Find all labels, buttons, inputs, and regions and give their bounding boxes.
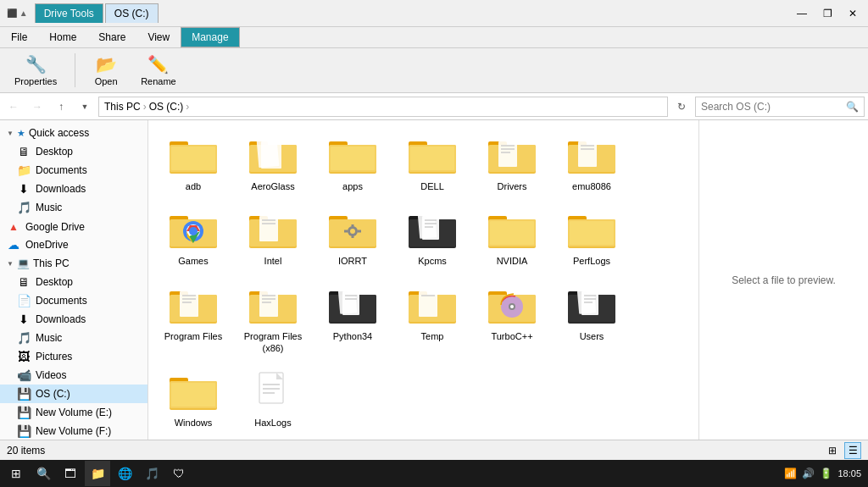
file-label-kpcms: Kpcms bbox=[418, 255, 447, 267]
battery-sys-icon: 🔋 bbox=[820, 468, 832, 479]
file-item-drivers[interactable]: Drivers bbox=[474, 127, 550, 198]
file-item-haxlogs[interactable]: HaxLogs bbox=[235, 363, 311, 434]
up-button[interactable]: ↑ bbox=[51, 97, 71, 117]
file-item-program-files[interactable]: Program Files bbox=[155, 277, 231, 361]
task-view-button[interactable]: 🗔 bbox=[58, 461, 83, 486]
title-tab-drive-tools[interactable]: Drive Tools bbox=[35, 3, 103, 23]
sidebar-item-google-drive[interactable]: ▲ Google Drive bbox=[0, 219, 147, 235]
recent-locations-button[interactable]: ▼ bbox=[75, 97, 95, 117]
thispc-header[interactable]: ▼ 💻 This PC bbox=[0, 254, 147, 273]
sidebar-item-pictures[interactable]: 🖼 Pictures bbox=[0, 347, 147, 366]
quick-access-chevron: ▼ bbox=[7, 130, 14, 137]
file-item-windows[interactable]: Windows bbox=[155, 363, 231, 434]
breadcrumb[interactable]: This PC › OS (C:) › bbox=[98, 97, 668, 117]
breadcrumb-sep: › bbox=[143, 101, 147, 113]
file-item-dell[interactable]: DELL bbox=[394, 127, 470, 198]
forward-button[interactable]: → bbox=[27, 97, 47, 117]
file-label-intel: Intel bbox=[264, 255, 282, 267]
sidebar-item-onedrive[interactable]: ☁ OneDrive bbox=[0, 235, 147, 254]
sidebar-music-qa-label: Music bbox=[36, 202, 62, 213]
search-input[interactable] bbox=[701, 101, 846, 113]
back-button[interactable]: ← bbox=[3, 97, 24, 117]
file-item-perflogs[interactable]: PerfLogs bbox=[554, 202, 630, 273]
breadcrumb-pc: This PC bbox=[104, 101, 141, 113]
folder-icon-adb bbox=[168, 133, 219, 177]
title-tab-os[interactable]: OS (C:) bbox=[105, 3, 159, 23]
sidebar-item-new-vol-e[interactable]: 💾 New Volume (E:) bbox=[0, 403, 147, 422]
search-button[interactable]: 🔍 bbox=[31, 461, 56, 486]
sidebar-new-vol-f-label: New Volume (F:) bbox=[36, 425, 111, 437]
browser-taskbar[interactable]: 🌐 bbox=[112, 461, 137, 486]
sidebar-item-osc[interactable]: 💾 OS (C:) bbox=[0, 385, 147, 403]
system-clock[interactable]: 18:05 bbox=[837, 468, 861, 479]
file-item-aeroglass[interactable]: AeroGlass bbox=[235, 127, 311, 198]
close-button[interactable]: ✕ bbox=[841, 4, 865, 23]
items-count: 20 items bbox=[7, 445, 45, 457]
sidebar-item-documents-qa[interactable]: 📁 Documents bbox=[0, 161, 147, 180]
ribbon-tab-home[interactable]: Home bbox=[38, 27, 87, 47]
ribbon-tab-view[interactable]: View bbox=[136, 27, 181, 47]
desktop-qa-icon: 🖥 bbox=[17, 145, 31, 158]
file-item-python34[interactable]: Python34 bbox=[314, 277, 391, 361]
address-bar: ← → ↑ ▼ This PC › OS (C:) › ↻ 🔍 bbox=[0, 93, 868, 120]
media-taskbar[interactable]: 🎵 bbox=[139, 461, 164, 486]
sidebar-item-music[interactable]: 🎵 Music bbox=[0, 329, 147, 347]
file-item-users[interactable]: Users bbox=[554, 277, 630, 361]
svg-point-99 bbox=[510, 305, 514, 308]
ribbon-btn-open[interactable]: 📂 Open bbox=[86, 50, 126, 91]
file-item-games[interactable]: Games bbox=[155, 202, 231, 273]
file-item-iorrt[interactable]: IORRT bbox=[314, 202, 391, 273]
sidebar-new-vol-e-label: New Volume (E:) bbox=[36, 407, 112, 418]
sidebar-item-documents[interactable]: 📄 Documents bbox=[0, 291, 147, 310]
file-explorer-taskbar[interactable]: 📁 bbox=[85, 461, 110, 486]
sidebar-item-downloads-qa[interactable]: ⬇ Downloads bbox=[0, 180, 147, 198]
file-item-adb[interactable]: adb bbox=[155, 127, 231, 198]
sidebar-item-desktop[interactable]: 🖥 Desktop bbox=[0, 273, 147, 291]
file-item-intel[interactable]: Intel bbox=[235, 202, 311, 273]
svg-rect-3 bbox=[171, 147, 215, 170]
ribbon-tab-manage[interactable]: Manage bbox=[181, 27, 239, 47]
sidebar-item-downloads[interactable]: ⬇ Downloads bbox=[0, 310, 147, 329]
file-item-temp[interactable]: Temp bbox=[394, 277, 470, 361]
svg-rect-12 bbox=[331, 147, 375, 170]
file-item-apps[interactable]: apps bbox=[314, 127, 391, 198]
refresh-button[interactable]: ↻ bbox=[671, 97, 692, 117]
ribbon-tab-share[interactable]: Share bbox=[87, 27, 136, 47]
taskbar: ⊞ 🔍 🗔 📁 🌐 🎵 🛡 📶 🔊 🔋 18:05 bbox=[0, 460, 868, 487]
file-item-turbocpp[interactable]: TurboC++ bbox=[474, 277, 550, 361]
ribbon-tab-file[interactable]: File bbox=[0, 27, 38, 47]
quick-access-header[interactable]: ▼ ★ Quick access bbox=[0, 124, 147, 142]
sidebar-item-desktop-qa[interactable]: 🖥 Desktop bbox=[0, 142, 147, 161]
file-item-program-files-x86[interactable]: Program Files (x86) bbox=[235, 277, 311, 361]
start-button[interactable]: ⊞ bbox=[3, 461, 29, 486]
file-item-emu8086[interactable]: emu8086 bbox=[554, 127, 630, 198]
minimize-button[interactable]: — bbox=[790, 4, 814, 23]
sidebar-downloads-qa-label: Downloads bbox=[36, 183, 86, 195]
sidebar-item-videos[interactable]: 📹 Videos bbox=[0, 366, 147, 385]
ribbon-btn-rename[interactable]: ✏️ Rename bbox=[133, 50, 184, 91]
folder-icon-program-files-x86 bbox=[248, 283, 298, 327]
preview-text: Select a file to preview. bbox=[732, 274, 836, 286]
folder-icon-dell bbox=[407, 133, 458, 177]
list-view-button[interactable]: ☰ bbox=[844, 442, 861, 459]
ribbon-btn-properties[interactable]: 🔧 Properties bbox=[7, 50, 64, 91]
open-label: Open bbox=[95, 76, 118, 86]
security-taskbar[interactable]: 🛡 bbox=[166, 461, 192, 486]
sidebar-item-music-qa[interactable]: 🎵 Music bbox=[0, 198, 147, 217]
status-bar: 20 items ⊞ ☰ bbox=[0, 440, 868, 460]
tile-view-button[interactable]: ⊞ bbox=[824, 442, 841, 459]
main: ▼ ★ Quick access 🖥 Desktop 📁 Documents ⬇… bbox=[0, 120, 868, 440]
file-item-nvidia[interactable]: NVIDIA bbox=[474, 202, 550, 273]
restore-button[interactable]: ❐ bbox=[815, 4, 839, 23]
rename-icon: ✏️ bbox=[147, 54, 169, 75]
folder-icon-intel bbox=[248, 208, 298, 252]
file-label-drivers: Drivers bbox=[498, 180, 527, 192]
onedrive-icon: ☁ bbox=[7, 238, 20, 252]
folder-icon-temp bbox=[407, 283, 458, 327]
file-label-temp: Temp bbox=[421, 330, 444, 342]
rename-label: Rename bbox=[141, 76, 176, 86]
ribbon: File Home Share View Manage 🔧 Properties… bbox=[0, 27, 868, 93]
sidebar-item-new-vol-f[interactable]: 💾 New Volume (F:) bbox=[0, 422, 147, 440]
file-item-kpcms[interactable]: Kpcms bbox=[394, 202, 470, 273]
svg-rect-48 bbox=[352, 235, 354, 238]
